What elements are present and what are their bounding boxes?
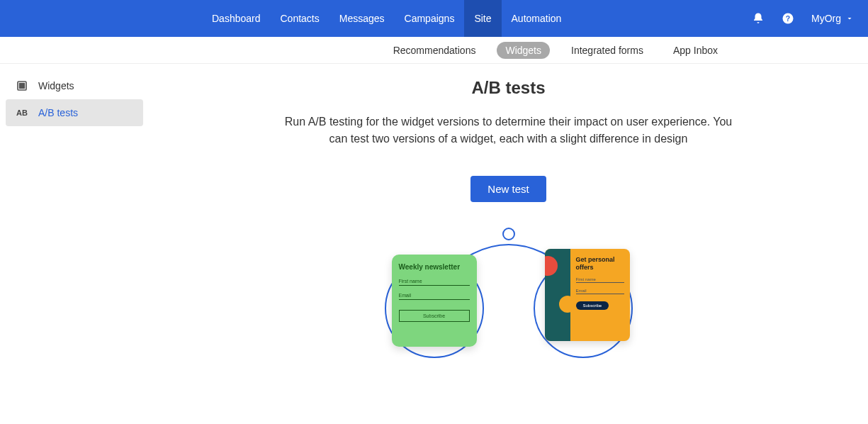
subtab-recommendations[interactable]: Recommendations	[385, 42, 485, 59]
subtab-widgets[interactable]: Widgets	[497, 42, 550, 59]
card-b-button: Subscribe	[576, 301, 609, 310]
nav-site[interactable]: Site	[464, 0, 501, 37]
nav-contacts[interactable]: Contacts	[271, 0, 329, 37]
card-b-field2: Email	[576, 289, 624, 294]
new-test-button[interactable]: New test	[470, 176, 546, 202]
card-b-title: Get personal offers	[576, 256, 624, 272]
bell-icon[interactable]	[752, 12, 765, 25]
card-a-field1: First name	[399, 279, 470, 286]
card-a-title: Weekly newsletter	[399, 263, 470, 272]
card-a-button: Subscribe	[399, 310, 470, 322]
svg-rect-3	[20, 84, 25, 89]
page-title: A/B tests	[191, 78, 825, 98]
sidebar-item-label: A/B tests	[38, 107, 78, 118]
main-content: A/B tests Run A/B testing for the widget…	[149, 64, 868, 424]
org-switcher[interactable]: MyOrg	[811, 13, 854, 24]
page-description: Run A/B testing for the widget versions …	[275, 113, 743, 147]
subtab-app-inbox[interactable]: App Inbox	[665, 42, 726, 59]
variant-b-card: Get personal offers First name Email Sub…	[545, 249, 630, 341]
card-b-field1: First name	[576, 277, 624, 283]
nav-automation[interactable]: Automation	[502, 0, 572, 37]
nav-campaigns[interactable]: Campaigns	[395, 0, 465, 37]
ab-illustration: Weekly newsletter First name Email Subsc…	[191, 223, 825, 394]
subtabs: Recommendations Widgets Integrated forms…	[0, 37, 868, 64]
svg-point-4	[503, 228, 514, 240]
variant-a-card: Weekly newsletter First name Email Subsc…	[392, 255, 477, 347]
nav-messages[interactable]: Messages	[329, 0, 395, 37]
sidebar-item-label: Widgets	[38, 80, 74, 91]
chevron-down-icon	[845, 14, 854, 23]
card-b-decoration	[545, 249, 570, 341]
variant-a-circle: Weekly newsletter First name Email Subsc…	[385, 259, 484, 358]
svg-text:?: ?	[786, 14, 790, 23]
sidebar-item-ab-tests[interactable]: AB A/B tests	[6, 99, 143, 126]
variant-b-circle: Get personal offers First name Email Sub…	[534, 259, 633, 358]
sidebar-item-widgets[interactable]: Widgets	[6, 72, 143, 99]
nav-items: Dashboard Contacts Messages Campaigns Si…	[202, 0, 571, 37]
nav-dashboard[interactable]: Dashboard	[202, 0, 271, 37]
org-label: MyOrg	[811, 13, 841, 24]
top-navbar: Dashboard Contacts Messages Campaigns Si…	[0, 0, 868, 37]
ab-icon: AB	[16, 106, 28, 119]
sidebar: Widgets AB A/B tests	[0, 64, 149, 424]
help-icon[interactable]: ?	[782, 12, 794, 25]
card-a-field2: Email	[399, 293, 470, 300]
widget-icon	[16, 79, 28, 92]
subtab-integrated-forms[interactable]: Integrated forms	[563, 42, 652, 59]
